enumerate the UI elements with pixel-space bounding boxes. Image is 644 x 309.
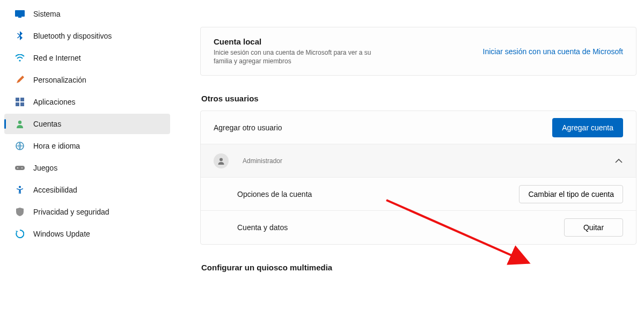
svg-rect-0 xyxy=(15,10,25,17)
sidebar-item-label: Privacidad y seguridad xyxy=(33,208,109,216)
sidebar-item-juegos[interactable]: Juegos xyxy=(4,158,170,178)
sidebar-item-personalizacion[interactable]: Personalización xyxy=(4,70,170,90)
person-icon xyxy=(15,119,25,129)
add-user-row: Agregar otro usuario Agregar cuenta xyxy=(201,111,636,144)
globe-clock-icon xyxy=(15,141,25,151)
accessibility-icon xyxy=(15,185,25,195)
sidebar-item-label: Cuentas xyxy=(33,120,61,128)
account-data-row: Cuenta y datos Quitar xyxy=(201,211,636,244)
sidebar-item-label: Hora e idioma xyxy=(33,142,80,150)
account-data-label: Cuenta y datos xyxy=(237,223,288,232)
chevron-up-icon[interactable] xyxy=(614,157,623,165)
add-account-button[interactable]: Agregar cuenta xyxy=(552,118,623,137)
sidebar-item-label: Red e Internet xyxy=(33,54,81,62)
svg-point-11 xyxy=(17,167,18,168)
gamepad-icon xyxy=(15,163,25,173)
sidebar-item-aplicaciones[interactable]: Aplicaciones xyxy=(4,92,170,112)
remove-account-button[interactable]: Quitar xyxy=(564,218,623,237)
main-content: Cuenta local Inicie sesión con una cuent… xyxy=(174,0,644,309)
svg-rect-10 xyxy=(15,166,25,170)
kiosk-heading: Configurar un quiosco multimedia xyxy=(201,263,636,272)
svg-rect-5 xyxy=(16,102,19,106)
account-options-row: Opciones de la cuenta Cambiar el tipo de… xyxy=(201,178,636,211)
local-account-card: Cuenta local Inicie sesión con una cuent… xyxy=(200,27,636,76)
svg-point-2 xyxy=(19,60,20,61)
user-role-label: Administrador xyxy=(243,157,282,165)
other-users-group: Agregar otro usuario Agregar cuenta Admi… xyxy=(200,111,636,245)
svg-rect-4 xyxy=(20,98,24,101)
svg-rect-3 xyxy=(16,98,19,101)
shield-icon xyxy=(15,207,25,217)
svg-point-13 xyxy=(19,186,21,188)
update-icon xyxy=(15,229,25,239)
svg-rect-1 xyxy=(18,17,21,18)
wifi-icon xyxy=(15,53,25,63)
sidebar-item-sistema[interactable]: Sistema xyxy=(4,4,170,24)
sidebar-item-red[interactable]: Red e Internet xyxy=(4,48,170,68)
svg-point-14 xyxy=(219,158,223,161)
sign-in-microsoft-link[interactable]: Iniciar sesión con una cuenta de Microso… xyxy=(483,47,623,56)
other-users-heading: Otros usuarios xyxy=(201,94,636,103)
sidebar-item-label: Sistema xyxy=(33,10,61,18)
sidebar-item-label: Juegos xyxy=(33,164,57,172)
local-account-subtitle: Inicie sesión con una cuenta de Microsof… xyxy=(214,48,385,65)
sidebar-item-label: Aplicaciones xyxy=(33,98,76,106)
brush-icon xyxy=(15,75,25,85)
change-account-type-button[interactable]: Cambiar el tipo de cuenta xyxy=(519,185,623,203)
bluetooth-icon xyxy=(15,31,25,41)
account-options-label: Opciones de la cuenta xyxy=(237,190,312,198)
sidebar-item-hora-idioma[interactable]: Hora e idioma xyxy=(4,136,170,156)
sidebar-item-label: Bluetooth y dispositivos xyxy=(33,32,112,40)
sidebar-item-bluetooth[interactable]: Bluetooth y dispositivos xyxy=(4,26,170,46)
svg-point-7 xyxy=(18,121,21,124)
svg-point-12 xyxy=(21,167,23,168)
add-user-label: Agregar otro usuario xyxy=(214,123,282,132)
sidebar-item-label: Accesibilidad xyxy=(33,186,77,194)
svg-rect-6 xyxy=(20,102,24,106)
local-account-title: Cuenta local xyxy=(214,37,385,46)
sidebar-item-label: Windows Update xyxy=(33,230,90,238)
sidebar-item-label: Personalización xyxy=(33,76,86,84)
user-expander-row[interactable]: Administrador xyxy=(201,144,636,178)
sidebar-item-cuentas[interactable]: Cuentas xyxy=(4,114,170,134)
sidebar-item-accesibilidad[interactable]: Accesibilidad xyxy=(4,180,170,200)
settings-sidebar: Sistema Bluetooth y dispositivos Red e I… xyxy=(0,0,174,309)
person-icon xyxy=(214,153,229,168)
display-icon xyxy=(15,9,25,19)
apps-icon xyxy=(15,97,25,107)
sidebar-item-windows-update[interactable]: Windows Update xyxy=(4,224,170,244)
sidebar-item-privacidad[interactable]: Privacidad y seguridad xyxy=(4,202,170,222)
